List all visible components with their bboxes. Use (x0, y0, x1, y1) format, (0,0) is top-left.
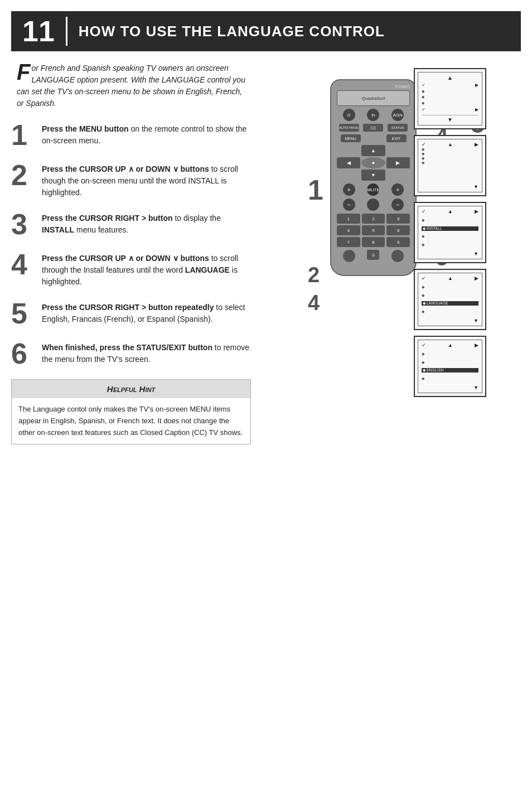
tv-screen-1-inner: ▲ ✓▶ ◆ ◆ ◆ ✓▶ ▼ (418, 72, 482, 125)
overlay-1: 1 (308, 174, 323, 206)
tv-screen-5: ✓▲▶ ◆ ◆ ◆ ENGLISH ◆ ▼ (414, 336, 486, 397)
step-6-number: 6 (11, 339, 42, 368)
step-4-number: 4 (11, 250, 42, 279)
step-3-text: Press the CURSOR RIGHT > button to displ… (42, 210, 251, 236)
btn-cc[interactable]: ⊙ (343, 109, 355, 121)
step-5-number: 5 (11, 299, 42, 328)
step-1: 1 Press the MENU button on the remote co… (11, 120, 251, 149)
btn-5[interactable]: 5 (362, 225, 385, 235)
hint-body: The Language contol only makes the TV's … (12, 398, 250, 444)
tv-screen-3: ✓▲▶ ◆ ◆ INSTALL ◆ ◆ ▼ (414, 202, 486, 263)
btn-6[interactable]: 6 (386, 225, 410, 235)
btn-nav-down[interactable]: ▼ (361, 170, 385, 181)
vol-ch-row: + MUTE + (337, 183, 410, 196)
intro-paragraph: For French and Spanish speaking TV owner… (11, 62, 251, 109)
menu-exit-row: MENU EXIT (337, 134, 410, 142)
tv-screen-2-inner: ✓▲▶ ◆ ◆ ◆ ◆ ▼ (418, 139, 482, 192)
step-6: 6 When finished, press the STATUS/EXIT b… (11, 339, 251, 368)
vol-ch-row2: − − (337, 199, 410, 211)
btn-mute[interactable]: MUTE (367, 183, 379, 196)
step-2-number: 2 (11, 161, 42, 190)
overlay-2b: 2 (308, 263, 320, 287)
bottom-num-row: 0 (337, 250, 410, 262)
btn-nav-right[interactable]: ▶ (386, 157, 410, 168)
numpad: 1 2 3 4 5 6 7 8 9 (337, 214, 410, 247)
chapter-number: 11 (22, 17, 67, 46)
btn-exit[interactable]: EXIT (386, 134, 407, 142)
brand-label: QuadraSurf (362, 96, 385, 101)
tv-screen-3-inner: ✓▲▶ ◆ ◆ INSTALL ◆ ◆ ▼ (418, 206, 482, 259)
nav-cross: ▲ ◀ ● ▶ ▼ (337, 145, 410, 181)
tv-screen-2: ✓▲▶ ◆ ◆ ◆ ◆ ▼ (414, 135, 486, 196)
tv-screen-1: ▲ ✓▶ ◆ ◆ ◆ ✓▶ ▼ (414, 68, 486, 129)
remote-control: POWER QuadraSurf ⊙ fn AGN AUTO PROG C (330, 79, 417, 276)
step-4-text: Press the CURSOR UP ∧ or DOWN ∨ buttons … (42, 250, 251, 288)
btn-blank[interactable] (391, 250, 404, 262)
main-content: For French and Spanish speaking TV owner… (11, 62, 521, 444)
drop-cap: F (17, 62, 30, 81)
btn-2[interactable]: 2 (362, 214, 385, 224)
step-5: 5 Press the CURSOR RIGHT > button repeat… (11, 299, 251, 328)
btn-4[interactable]: 4 (337, 225, 360, 235)
remote-diagram-area: 2 4 6 1 3 5 2 4 POWER QuadraSurf (297, 62, 486, 369)
btn-ch-up[interactable]: + (391, 183, 404, 196)
step-4: 4 Press the CURSOR UP ∧ or DOWN ∨ button… (11, 250, 251, 288)
btn-8[interactable]: 8 (362, 237, 385, 247)
step-2: 2 Press the CURSOR UP ∧ or DOWN ∨ button… (11, 161, 251, 199)
btn-0[interactable]: 0 (367, 250, 379, 260)
btn-sleep[interactable] (367, 199, 379, 211)
btn-ch-down[interactable]: − (391, 199, 404, 211)
hint-title: Helpful Hint (12, 380, 250, 398)
btn-vol-up[interactable]: + (343, 183, 355, 196)
step-1-text: Press the MENU button on the remote cont… (42, 120, 251, 147)
top-btn-row: ⊙ fn AGN (337, 109, 410, 121)
step-1-number: 1 (11, 120, 42, 149)
page-header: 11 How to Use the Language Control (11, 11, 521, 51)
power-label: POWER (337, 85, 410, 89)
btn-agn[interactable]: AGN (391, 109, 404, 121)
helpful-hint-box: Helpful Hint The Language contol only ma… (11, 379, 251, 444)
btn-menu[interactable]: MENU (341, 134, 361, 142)
btn-9[interactable]: 9 (386, 237, 410, 247)
btn-vol-down[interactable]: − (343, 199, 355, 211)
step-3: 3 Press the CURSOR RIGHT > button to dis… (11, 210, 251, 239)
step-3-number: 3 (11, 210, 42, 239)
btn-sleep2[interactable] (343, 250, 355, 262)
left-column: For French and Spanish speaking TV owner… (11, 62, 251, 444)
btn-auto-prog[interactable]: AUTO PROG (339, 124, 359, 132)
btn-cc2[interactable]: CC (363, 124, 383, 132)
btn-nav-ok[interactable]: ● (361, 157, 385, 168)
remote-display: QuadraSurf (337, 90, 410, 106)
btn-7[interactable]: 7 (337, 237, 360, 247)
page-title: How to Use the Language Control (79, 23, 385, 40)
tv-screen-5-inner: ✓▲▶ ◆ ◆ ◆ ENGLISH ◆ ▼ (418, 340, 482, 393)
second-btn-row: AUTO PROG CC STATUS (337, 124, 410, 132)
btn-nav-up[interactable]: ▲ (361, 145, 385, 156)
right-column: 2 4 6 1 3 5 2 4 POWER QuadraSurf (262, 62, 521, 444)
btn-nav-left[interactable]: ◀ (337, 157, 360, 168)
step-6-text: When finished, press the STATUS/EXIT but… (42, 339, 251, 365)
tv-screens-column: ▲ ✓▶ ◆ ◆ ◆ ✓▶ ▼ (414, 68, 486, 397)
btn-1[interactable]: 1 (337, 214, 360, 224)
btn-3[interactable]: 3 (386, 214, 410, 224)
overlay-4b: 4 (308, 291, 320, 315)
step-5-text: Press the CURSOR RIGHT > button repeated… (42, 299, 251, 325)
tv-screen-4: ✓▲▶ ◆ ◆ ◆ LANGUAGE ◆ ▼ (414, 269, 486, 330)
btn-fn[interactable]: fn (367, 109, 379, 121)
step-2-text: Press the CURSOR UP ∧ or DOWN ∨ buttons … (42, 161, 251, 199)
btn-status[interactable]: STATUS (388, 124, 408, 132)
tv-screen-4-inner: ✓▲▶ ◆ ◆ ◆ LANGUAGE ◆ ▼ (418, 273, 482, 326)
